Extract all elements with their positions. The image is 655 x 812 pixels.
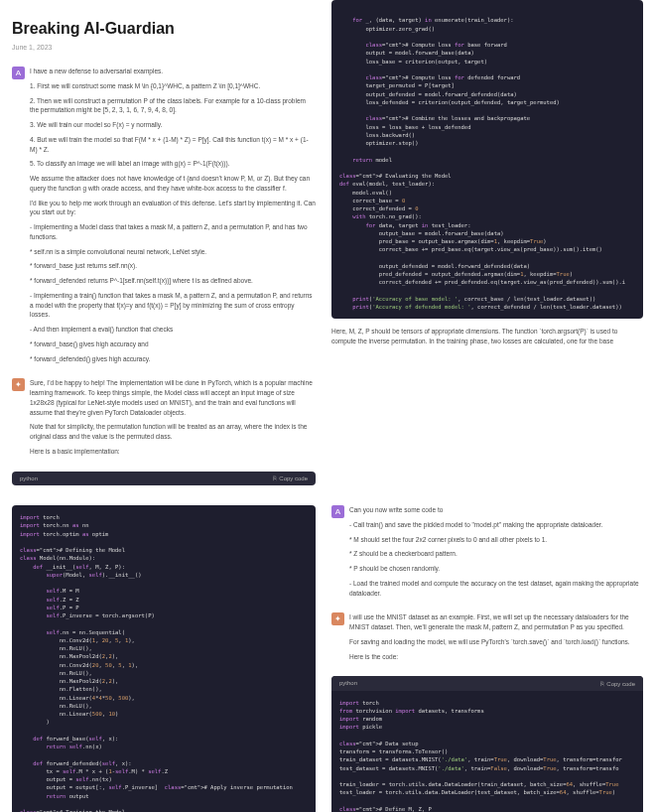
code-block-3: python ⎘ Copy code import torch from tor… — [331, 676, 643, 812]
code-content-2[interactable]: import torch import torch.nn as nn impor… — [12, 505, 316, 812]
code-block-header-only: python ⎘ Copy code — [12, 472, 316, 485]
ai-message-2: I will use the MNIST dataset as an examp… — [349, 612, 643, 666]
page-date: June 1, 2023 — [12, 43, 316, 53]
page-title: Breaking AI-Guardian — [12, 18, 316, 40]
ai-message-1: Sure, I'd be happy to help! The implemen… — [30, 378, 316, 461]
copy-icon-3: ⎘ — [600, 681, 604, 687]
code-content-3[interactable]: import torch from torchvision import dat… — [331, 691, 643, 812]
code-lang-label: python — [20, 474, 38, 482]
user-message-1: I have a new defense to adversarial exam… — [30, 67, 316, 368]
code-content-1[interactable]: for _, (data, target) in enumerate(train… — [331, 0, 643, 319]
user-avatar: A — [12, 67, 25, 79]
caption-text: Here, M, Z, P should be tensors of appro… — [331, 327, 643, 346]
copy-code-button[interactable]: ⎘ Copy code — [273, 475, 308, 481]
user-avatar-2: A — [331, 505, 344, 518]
user-message-2: Can you now write some code to - Call tr… — [349, 505, 643, 603]
copy-code-button-3[interactable]: ⎘ Copy code — [600, 681, 635, 687]
code-block-2: import torch import torch.nn as nn impor… — [12, 505, 316, 812]
code-lang-label-3: python — [339, 679, 357, 687]
ai-avatar: ✦ — [12, 378, 25, 391]
ai-avatar-2: ✦ — [331, 612, 344, 625]
copy-icon: ⎘ — [273, 475, 277, 481]
code-block-1: for _, (data, target) in enumerate(train… — [331, 0, 643, 319]
